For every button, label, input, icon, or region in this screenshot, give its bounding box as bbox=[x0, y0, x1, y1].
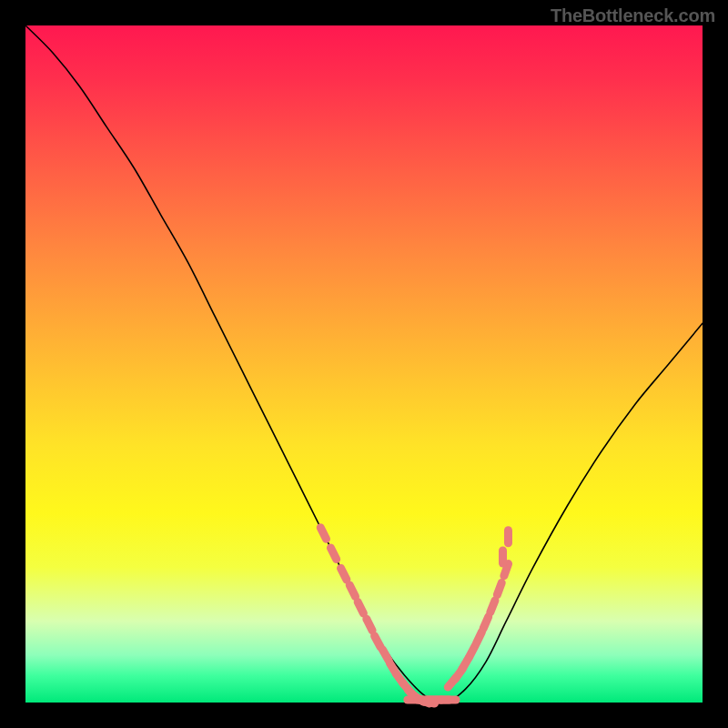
data-marker bbox=[358, 602, 363, 614]
data-marker bbox=[382, 650, 389, 661]
data-marker bbox=[375, 636, 381, 647]
watermark-text: TheBottleneck.com bbox=[551, 5, 715, 26]
data-marker bbox=[320, 528, 326, 540]
data-marker bbox=[490, 601, 495, 612]
data-marker bbox=[483, 617, 489, 629]
data-marker bbox=[470, 645, 476, 656]
data-marker bbox=[341, 568, 347, 579]
chart-svg bbox=[25, 25, 703, 703]
chart-area bbox=[25, 25, 703, 703]
data-marker bbox=[349, 585, 355, 597]
data-marker bbox=[367, 619, 372, 631]
data-markers bbox=[320, 528, 508, 703]
bottleneck-curve bbox=[25, 25, 703, 703]
data-marker bbox=[497, 582, 501, 594]
data-marker bbox=[330, 548, 336, 560]
data-marker bbox=[476, 632, 481, 643]
